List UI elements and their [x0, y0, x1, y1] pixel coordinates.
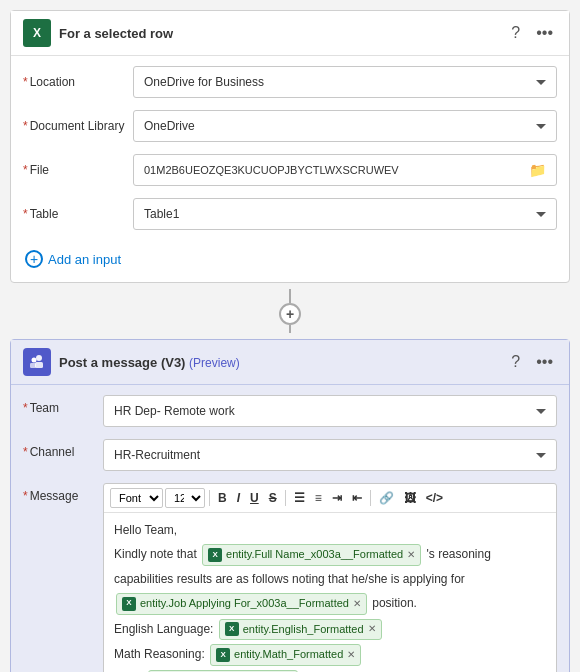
file-value: 01M2B6UEOZQE3KUCUOPJBYCTLWXSCRUWEV: [144, 164, 399, 176]
connector: +: [10, 283, 570, 339]
required-star: *: [23, 75, 28, 89]
document-library-label: *Document Library: [23, 119, 133, 133]
document-library-value: OneDrive: [144, 119, 195, 133]
file-input[interactable]: 01M2B6UEOZQE3KUCUOPJBYCTLWXSCRUWEV 📁: [133, 154, 557, 186]
connector-line-bottom: [289, 325, 291, 333]
entity-tag-close-icon[interactable]: ✕: [407, 547, 415, 563]
location-label: *Location: [23, 75, 133, 89]
plus-icon: +: [25, 250, 43, 268]
toolbar-separator-3: [370, 490, 371, 506]
table-chevron-icon: [536, 212, 546, 217]
editor-line-capabilities: capabilities results are as follows noti…: [114, 570, 546, 589]
font-size-select[interactable]: 12: [165, 488, 205, 508]
connector-line-top: [289, 289, 291, 303]
code-button[interactable]: </>: [422, 489, 447, 507]
required-star-3: *: [23, 163, 28, 177]
teams-card-header-icons: ? •••: [507, 351, 557, 373]
indent-button[interactable]: ⇥: [328, 489, 346, 507]
numbered-list-button[interactable]: ≡: [311, 489, 326, 507]
toolbar-separator-2: [285, 490, 286, 506]
entity-excel-icon-4: X: [216, 648, 230, 662]
team-value: HR Dep- Remote work: [114, 404, 235, 418]
image-button[interactable]: 🖼: [400, 489, 420, 507]
excel-icon: X: [23, 19, 51, 47]
teams-card-more-button[interactable]: •••: [532, 351, 557, 373]
table-value: Table1: [144, 207, 179, 221]
teams-card-help-button[interactable]: ?: [507, 351, 524, 373]
document-library-dropdown[interactable]: OneDrive: [133, 110, 557, 142]
top-card-more-button[interactable]: •••: [532, 22, 557, 44]
teams-card-header: Post a message (V3) (Preview) ? •••: [11, 340, 569, 385]
entity-excel-icon: X: [208, 548, 222, 562]
connector-plus-button[interactable]: +: [279, 303, 301, 325]
channel-row: *Channel HR-Recruitment: [11, 433, 569, 477]
svg-point-2: [32, 358, 37, 363]
table-dropdown[interactable]: Table1: [133, 198, 557, 230]
location-dropdown[interactable]: OneDrive for Business: [133, 66, 557, 98]
top-card: X For a selected row ? ••• *Location One…: [10, 10, 570, 283]
editor-line-hello: Hello Team,: [114, 521, 546, 540]
location-row: *Location OneDrive for Business: [11, 60, 569, 104]
file-folder-icon: 📁: [529, 162, 546, 178]
italic-button[interactable]: I: [233, 489, 244, 507]
channel-chevron-icon: [536, 453, 546, 458]
required-star-2: *: [23, 119, 28, 133]
entity-excel-icon-2: X: [122, 597, 136, 611]
channel-label: *Channel: [23, 439, 103, 459]
svg-rect-3: [30, 363, 36, 368]
team-chevron-icon: [536, 409, 546, 414]
entity-tag-close-icon-4[interactable]: ✕: [347, 647, 355, 663]
add-input-button[interactable]: + Add an input: [23, 248, 123, 270]
top-card-header-icons: ? •••: [507, 22, 557, 44]
editor-line-english: English Language: X entity.English_Forma…: [114, 619, 546, 641]
channel-value: HR-Recruitment: [114, 448, 200, 462]
table-label: *Table: [23, 207, 133, 221]
editor-toolbar: Font 12 B I U S ☰ ≡ ⇥ ⇤ 🔗: [104, 484, 556, 513]
toolbar-separator-1: [209, 490, 210, 506]
entity-tag-math[interactable]: X entity.Math_Formatted ✕: [210, 644, 361, 666]
channel-dropdown[interactable]: HR-Recruitment: [103, 439, 557, 471]
file-label: *File: [23, 163, 133, 177]
message-row: *Message Font 12 B I U S ☰: [11, 477, 569, 672]
message-label: *Message: [23, 483, 103, 503]
required-star-4: *: [23, 207, 28, 221]
entity-tag-job[interactable]: X entity.Job Applying For_x003a__Formatt…: [116, 593, 367, 615]
message-editor[interactable]: Font 12 B I U S ☰ ≡ ⇥ ⇤ 🔗: [103, 483, 557, 672]
team-label: *Team: [23, 395, 103, 415]
bullet-list-button[interactable]: ☰: [290, 489, 309, 507]
location-chevron-icon: [536, 80, 546, 85]
svg-point-0: [36, 355, 42, 361]
underline-button[interactable]: U: [246, 489, 263, 507]
teams-card-form: *Team HR Dep- Remote work *Channel HR-Re…: [11, 385, 569, 672]
strikethrough-button[interactable]: S: [265, 489, 281, 507]
entity-tag-fullname[interactable]: X entity.Full Name_x003a__Formatted ✕: [202, 544, 421, 566]
editor-line-kindly: Kindly note that X entity.Full Name_x003…: [114, 544, 546, 566]
teams-icon: [23, 348, 51, 376]
entity-tag-close-icon-3[interactable]: ✕: [368, 621, 376, 637]
preview-badge: (Preview): [189, 356, 240, 370]
bold-button[interactable]: B: [214, 489, 231, 507]
document-library-chevron-icon: [536, 124, 546, 129]
editor-line-job: X entity.Job Applying For_x003a__Formatt…: [114, 593, 546, 615]
font-select[interactable]: Font: [110, 488, 163, 508]
add-input-label: Add an input: [48, 252, 121, 267]
team-dropdown[interactable]: HR Dep- Remote work: [103, 395, 557, 427]
team-row: *Team HR Dep- Remote work: [11, 389, 569, 433]
editor-line-math: Math Reasoning: X entity.Math_Formatted …: [114, 644, 546, 666]
entity-tag-english[interactable]: X entity.English_Formatted ✕: [219, 619, 382, 641]
table-row: *Table Table1: [11, 192, 569, 236]
top-card-title: For a selected row: [59, 26, 499, 41]
top-card-help-button[interactable]: ?: [507, 22, 524, 44]
teams-card-title: Post a message (V3) (Preview): [59, 355, 499, 370]
outdent-button[interactable]: ⇤: [348, 489, 366, 507]
entity-tag-close-icon-2[interactable]: ✕: [353, 596, 361, 612]
svg-rect-1: [35, 362, 43, 368]
document-library-row: *Document Library OneDrive: [11, 104, 569, 148]
entity-excel-icon-3: X: [225, 622, 239, 636]
editor-content[interactable]: Hello Team, Kindly note that X entity.Fu…: [104, 513, 556, 672]
file-row: *File 01M2B6UEOZQE3KUCUOPJBYCTLWXSCRUWEV…: [11, 148, 569, 192]
top-card-header: X For a selected row ? •••: [11, 11, 569, 56]
top-card-form: *Location OneDrive for Business *Documen…: [11, 56, 569, 240]
location-value: OneDrive for Business: [144, 75, 264, 89]
link-button[interactable]: 🔗: [375, 489, 398, 507]
